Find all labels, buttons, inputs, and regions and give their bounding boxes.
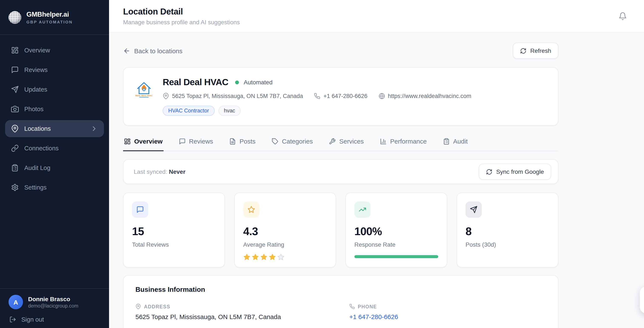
avatar: A: [8, 295, 23, 309]
chat-icon: [11, 66, 19, 74]
sidebar-item-audit-log[interactable]: Audit Log: [5, 159, 104, 176]
brand-name: GMBhelper.ai: [26, 10, 72, 18]
stat-label: Response Rate: [354, 241, 438, 248]
dashboard-icon: [124, 138, 131, 144]
stat-response-rate: 100% Response Rate: [346, 192, 447, 268]
page-title: Location Detail: [123, 6, 240, 16]
file-text-icon: [229, 138, 236, 144]
field-address: ADDRESS 5625 Topaz Pl, Mississauga, ON L…: [136, 304, 332, 320]
map-pin-icon: [11, 125, 19, 132]
globe-icon: [378, 93, 385, 99]
phone-icon: [349, 304, 355, 309]
user-name: Donnie Brasco: [28, 296, 78, 302]
last-synced-value: Never: [169, 168, 186, 175]
business-website[interactable]: https://www.realdealhvacinc.com: [378, 93, 471, 99]
sidebar-item-updates[interactable]: Updates: [5, 81, 104, 98]
business-information-card: Business Information ADDRESS 5625 Topaz …: [123, 275, 558, 328]
sync-bar: Last synced: Never Sync from Google: [123, 159, 558, 184]
section-title: Business Information: [136, 286, 546, 294]
notifications-button[interactable]: [618, 12, 627, 20]
chat-icon: [179, 138, 186, 144]
send-icon: [11, 86, 19, 93]
sidebar-item-overview[interactable]: Overview: [5, 42, 104, 59]
camera-icon: [11, 105, 19, 113]
phone-icon: [314, 93, 320, 99]
business-logo: REAL DEAL HVAC: [134, 78, 154, 98]
brand-tagline: GBP AUTOMATION: [26, 20, 72, 24]
sidebar-item-label: Locations: [24, 125, 51, 132]
arrow-left-icon: [123, 47, 130, 54]
tab-posts[interactable]: Posts: [228, 134, 256, 151]
app-root: GMBhelper.ai GBP AUTOMATION Overview Rev…: [0, 0, 644, 328]
link-icon: [11, 144, 19, 152]
user-box: A Donnie Brasco demo@lacicgroup.com Sign…: [0, 288, 109, 328]
sign-out-label: Sign out: [21, 316, 44, 323]
response-progress-fill: [354, 255, 438, 258]
svg-text:REAL DEAL HVAC: REAL DEAL HVAC: [136, 94, 153, 97]
sidebar-item-settings[interactable]: Settings: [5, 179, 104, 196]
edge-floating-widget[interactable]: [640, 286, 644, 314]
refresh-button[interactable]: Refresh: [513, 42, 558, 59]
clipboard-icon: [443, 138, 450, 144]
stat-label: Average Rating: [243, 241, 327, 248]
sidebar-item-reviews[interactable]: Reviews: [5, 61, 104, 78]
sidebar-item-label: Photos: [24, 106, 44, 112]
phone-link[interactable]: +1 647-280-6626: [349, 313, 546, 320]
page-header: Location Detail Manage business profile …: [109, 0, 644, 32]
field-value: 5625 Topaz Pl, Mississauga, ON L5M 7B7, …: [136, 313, 332, 320]
stat-value: 4.3: [243, 225, 327, 238]
logout-icon: [9, 316, 16, 323]
tab-performance[interactable]: Performance: [379, 134, 428, 151]
sidebar-item-label: Reviews: [24, 66, 48, 73]
tab-overview[interactable]: Overview: [123, 134, 163, 151]
sidebar-item-locations[interactable]: Locations: [5, 120, 104, 137]
user-profile: A Donnie Brasco demo@lacicgroup.com: [8, 295, 100, 309]
detail-tabs: Overview Reviews Posts Categories Servic…: [123, 134, 558, 151]
tab-categories[interactable]: Categories: [271, 134, 314, 151]
refresh-icon: [486, 168, 492, 175]
stat-posts-30d: 8 Posts (30d): [456, 192, 558, 268]
sidebar-item-label: Settings: [24, 184, 47, 191]
sign-out-button[interactable]: Sign out: [8, 316, 100, 323]
refresh-icon: [520, 48, 526, 54]
brand: GMBhelper.ai GBP AUTOMATION: [0, 0, 109, 35]
bar-chart-icon: [380, 138, 387, 144]
chevron-right-icon: [90, 125, 98, 132]
bell-icon: [618, 12, 627, 20]
map-pin-icon: [136, 304, 141, 309]
last-synced: Last synced: Never: [134, 168, 186, 175]
status-badge: Automated: [244, 79, 272, 86]
gear-icon: [11, 184, 19, 191]
star-icon: [252, 254, 259, 261]
stat-average-rating: 4.3 Average Rating: [234, 192, 336, 268]
star-icon: [248, 206, 255, 214]
main-area: Location Detail Manage business profile …: [109, 0, 644, 328]
sidebar-item-label: Overview: [24, 47, 50, 54]
field-phone: PHONE +1 647-280-6626: [349, 304, 546, 320]
send-icon: [470, 206, 478, 214]
sync-button-label: Sync from Google: [496, 168, 544, 175]
sidebar-item-connections[interactable]: Connections: [5, 140, 104, 157]
sidebar-item-photos[interactable]: Photos: [5, 100, 104, 118]
stat-label: Posts (30d): [466, 241, 550, 248]
back-to-locations-link[interactable]: Back to locations: [123, 47, 182, 54]
content: Back to locations Refresh REAL DEAL HVAC: [109, 32, 558, 328]
sync-from-google-button[interactable]: Sync from Google: [479, 164, 551, 180]
user-email: demo@lacicgroup.com: [28, 303, 78, 308]
response-progress: [354, 255, 438, 258]
status-dot-icon: [235, 80, 239, 84]
stat-label: Total Reviews: [132, 241, 216, 248]
stars-row: [243, 254, 327, 261]
back-link-label: Back to locations: [134, 47, 182, 54]
sidebar-item-label: Audit Log: [24, 164, 50, 171]
stat-value: 15: [132, 225, 216, 238]
tab-reviews[interactable]: Reviews: [178, 134, 214, 151]
sidebar-item-label: Connections: [24, 145, 58, 152]
trending-up-icon: [359, 206, 366, 214]
stat-value: 100%: [354, 225, 438, 238]
tab-audit[interactable]: Audit: [442, 134, 468, 151]
star-icon: [243, 254, 250, 261]
wrench-icon: [329, 138, 336, 144]
category-tag: hvac: [218, 106, 241, 116]
tab-services[interactable]: Services: [328, 134, 364, 151]
